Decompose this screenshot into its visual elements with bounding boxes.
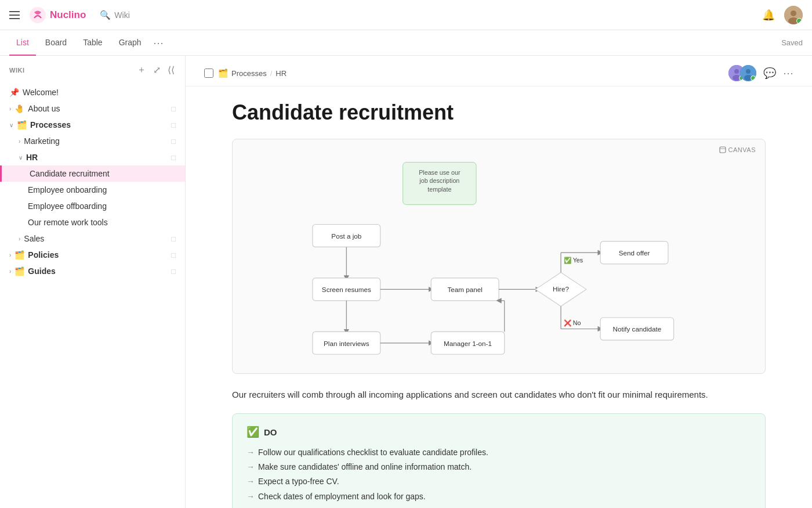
svg-point-8 [746, 69, 751, 74]
svg-point-9 [744, 75, 752, 81]
chevron-right-icon: › [9, 268, 11, 275]
tab-table[interactable]: Table [76, 30, 109, 56]
sidebar-item-employee-offboarding[interactable]: Employee offboarding [0, 198, 185, 214]
do-item-1: →Follow our qualifications checklist to … [246, 445, 751, 460]
doc-title: Candidate recruitment [232, 100, 766, 125]
chevron-right-icon: › [9, 106, 11, 112]
canvas-icon [719, 146, 726, 153]
do-item-2: →Make sure candidates' offline and onlin… [246, 460, 751, 474]
canvas-container: CANVAS Please use our job description te… [232, 139, 766, 374]
do-item-4: →Check dates of employment and look for … [246, 489, 751, 504]
svg-text:template: template [427, 186, 451, 193]
folder-icon: 🗂️ [14, 266, 24, 276]
arrow-icon: → [246, 462, 255, 471]
sidebar-expand-button[interactable]: ⤢ [152, 63, 162, 77]
collaborator-avatar-2 [740, 65, 756, 81]
tab-graph[interactable]: Graph [112, 30, 148, 56]
svg-point-5 [734, 69, 739, 74]
menu-button[interactable] [9, 11, 20, 19]
logo[interactable]: Nuclino [29, 6, 86, 24]
svg-text:Notify candidate: Notify candidate [613, 325, 662, 333]
top-bar: Nuclino 🔍 Wiki 🔔 [0, 0, 812, 30]
sidebar-item-about-us[interactable]: › 🤚 About us □ [0, 100, 185, 117]
svg-text:Hire?: Hire? [553, 285, 569, 293]
svg-text:Plan interviews: Plan interviews [324, 340, 369, 347]
checkbox-icon: □ [171, 267, 176, 276]
checkbox-icon: □ [171, 105, 176, 113]
flowchart: Please use our job description template … [244, 151, 753, 360]
tab-board[interactable]: Board [38, 30, 74, 56]
main-layout: WIKI ＋ ⤢ ⟨⟨ 📌 Welcome! › 🤚 About us □ ∨ … [0, 56, 812, 508]
content-area: 🗂️ Processes / HR [186, 56, 812, 508]
user-avatar[interactable] [784, 6, 803, 24]
logo-icon [29, 6, 46, 24]
tab-bar: List Board Table Graph ⋯ Saved [0, 30, 812, 56]
avatar-image [784, 6, 803, 24]
pin-icon: 📌 [9, 88, 19, 97]
sidebar-item-marketing[interactable]: › Marketing □ [0, 133, 185, 149]
tab-more-button[interactable]: ⋯ [153, 37, 164, 49]
svg-point-2 [791, 10, 796, 16]
do-block: ✅ DO →Follow our qualifications checklis… [232, 413, 766, 508]
sidebar: WIKI ＋ ⤢ ⟨⟨ 📌 Welcome! › 🤚 About us □ ∨ … [0, 56, 186, 508]
do-header: ✅ DO [246, 426, 751, 438]
check-circle-icon: ✅ [246, 426, 259, 438]
doc-checkbox[interactable] [204, 69, 213, 78]
collaborators-avatars [728, 65, 756, 81]
checkbox-icon: □ [171, 235, 176, 243]
svg-text:Post a job: Post a job [331, 232, 361, 240]
doc-paragraph: Our recruiters will comb through all inc… [232, 388, 766, 402]
chevron-right-icon: › [9, 252, 11, 258]
sidebar-item-policies[interactable]: › 🗂️ Policies □ [0, 247, 185, 263]
chevron-right-icon: › [19, 236, 20, 242]
top-bar-right: 🔔 [762, 6, 803, 24]
svg-rect-10 [720, 147, 726, 153]
svg-text:Manager 1-on-1: Manager 1-on-1 [444, 340, 492, 347]
search-area[interactable]: 🔍 Wiki [100, 10, 129, 20]
hand-icon: 🤚 [14, 104, 24, 113]
breadcrumb-separator: / [270, 69, 273, 78]
chevron-right-icon: › [19, 138, 20, 145]
checkbox-icon: □ [171, 137, 176, 146]
sidebar-item-employee-onboarding[interactable]: Employee onboarding [0, 182, 185, 198]
do-item-3: →Expect a typo-free CV. [246, 474, 751, 489]
more-options-button[interactable]: ⋯ [783, 67, 793, 80]
arrow-icon: → [246, 492, 255, 501]
sidebar-header: WIKI ＋ ⤢ ⟨⟨ [0, 56, 185, 84]
sidebar-item-candidate-recruitment[interactable]: Candidate recruitment [0, 165, 185, 182]
canvas-label: CANVAS [719, 146, 756, 153]
sidebar-item-hr[interactable]: ∨ HR □ [0, 149, 185, 165]
checkbox-icon: □ [171, 153, 176, 162]
svg-text:Send offer: Send offer [619, 249, 650, 257]
sidebar-actions: ＋ ⤢ ⟨⟨ [136, 63, 176, 77]
chevron-down-icon: ∨ [19, 154, 23, 161]
arrow-icon: → [246, 477, 255, 486]
sidebar-item-remote-work-tools[interactable]: Our remote work tools [0, 214, 185, 230]
sidebar-item-sales[interactable]: › Sales □ [0, 230, 185, 247]
sidebar-item-processes[interactable]: ∨ 🗂️ Processes □ [0, 117, 185, 133]
arrow-icon: → [246, 448, 255, 457]
folder-icon: 🗂️ [14, 250, 24, 260]
svg-text:Please use our: Please use our [419, 169, 461, 176]
sidebar-item-welcome[interactable]: 📌 Welcome! [0, 84, 185, 100]
content-header: 🗂️ Processes / HR [186, 56, 812, 87]
comment-button[interactable]: 💬 [763, 67, 776, 80]
svg-text:Team panel: Team panel [447, 286, 482, 293]
processes-icon: 🗂️ [218, 69, 228, 78]
checkbox-icon: □ [171, 121, 176, 129]
svg-text:✅ Yes: ✅ Yes [564, 257, 583, 264]
folder-icon: 🗂️ [17, 120, 27, 129]
sidebar-item-guides[interactable]: › 🗂️ Guides □ [0, 263, 185, 279]
svg-point-3 [788, 17, 799, 24]
svg-point-6 [733, 75, 741, 81]
sidebar-collapse-button[interactable]: ⟨⟨ [166, 63, 176, 77]
checkbox-icon: □ [171, 251, 176, 260]
doc-body: Candidate recruitment CANVAS Please use … [186, 87, 812, 508]
search-icon: 🔍 [100, 10, 111, 20]
svg-text:❌ No: ❌ No [564, 319, 581, 327]
chevron-down-icon: ∨ [9, 122, 13, 128]
bell-icon[interactable]: 🔔 [762, 9, 775, 21]
tab-list[interactable]: List [9, 30, 36, 56]
sidebar-add-button[interactable]: ＋ [136, 63, 147, 77]
saved-status: Saved [781, 38, 803, 47]
